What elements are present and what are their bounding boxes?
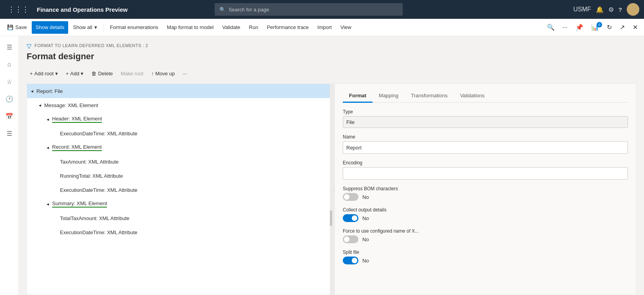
validate-button[interactable]: Validate (218, 21, 244, 34)
analytics-button[interactable]: 📊 0 (588, 22, 602, 33)
collect-output-toggle-row: No (343, 214, 628, 222)
sidebar-icons: ☰ ⌂ ☆ 🕐 📅 ☰ (0, 36, 19, 295)
delete-trash-icon: 🗑 (91, 71, 96, 76)
collect-output-toggle[interactable] (343, 214, 358, 222)
cmd-right-actions: 🔍 ··· 📌 📊 0 ↻ ↗ ✕ (544, 22, 641, 33)
tree-scrollbar-thumb (330, 210, 332, 226)
import-button[interactable]: Import (313, 21, 336, 34)
split-file-label: Split file (343, 249, 628, 255)
save-label: Save (15, 24, 27, 30)
show-details-button[interactable]: Show details (32, 21, 69, 34)
cmd-divider-1 (103, 23, 104, 32)
suppress-bom-toggle-row: No (343, 193, 628, 201)
tree-item-execution-datetime-header[interactable]: ExecutionDateTime: XML Attribute (27, 126, 332, 140)
move-up-button[interactable]: ↑ Move up (148, 68, 178, 79)
show-details-label: Show details (36, 24, 65, 30)
notification-bell-icon[interactable]: 🔔 (596, 6, 604, 13)
tree-item-message[interactable]: ◄ Message: XML Element (27, 98, 332, 112)
help-icon[interactable]: ? (619, 6, 622, 13)
validate-label: Validate (222, 24, 240, 30)
make-root-button[interactable]: Make root (118, 68, 147, 79)
name-input[interactable] (343, 141, 628, 154)
tab-transformations[interactable]: Transformations (405, 90, 454, 103)
suppress-bom-toggle[interactable] (343, 193, 358, 201)
suppress-bom-field-group: Suppress BOM characters No (343, 186, 628, 201)
more-actions-button[interactable]: ··· (179, 68, 190, 79)
tree-item-running-total[interactable]: RunningTotal: XML Attribute (27, 169, 332, 183)
encoding-input[interactable] (343, 167, 628, 180)
suppress-bom-label: Suppress BOM characters (343, 186, 628, 191)
view-button[interactable]: View (336, 21, 355, 34)
tree-item-header[interactable]: ◄ Header: XML Element (27, 112, 332, 126)
tree-item-label-total-tax: TotalTaxAmount: XML Attribute (60, 215, 129, 221)
tree-item-tax-amount[interactable]: TaxAmount: XML Attribute (27, 155, 332, 169)
tree-item-report-file[interactable]: ◄ Report: File (27, 84, 332, 98)
make-root-label: Make root (121, 71, 143, 76)
show-all-label: Show all (73, 24, 92, 30)
force-name-toggle[interactable] (343, 235, 358, 243)
tree-scrollbar[interactable] (330, 84, 332, 295)
main-layout: ☰ ⌂ ☆ 🕐 📅 ☰ ▽ FORMAT TO LEARN DEFERRED X… (0, 36, 644, 295)
save-button[interactable]: 💾 Save (3, 21, 31, 34)
sidebar-item-recent[interactable]: 🕐 (2, 91, 17, 107)
collapse-icon-summary: ◄ (46, 202, 51, 206)
collapse-icon-message: ◄ (38, 103, 43, 107)
tab-validations[interactable]: Validations (454, 90, 491, 103)
filter-icon[interactable]: ▽ (27, 42, 31, 50)
avatar[interactable] (627, 3, 639, 16)
open-new-button[interactable]: ↗ (617, 22, 628, 33)
close-button[interactable]: ✕ (630, 22, 641, 33)
refresh-button[interactable]: ↻ (604, 22, 615, 33)
usmf-label: USMF (573, 6, 591, 13)
add-root-button[interactable]: + Add root ▾ (27, 68, 61, 79)
delete-label: Delete (98, 71, 113, 76)
app-title: Finance and Operations Preview (37, 6, 128, 13)
tree-item-execution-datetime-record[interactable]: ExecutionDateTime: XML Attribute (27, 183, 332, 197)
tree-item-execution-datetime-summary[interactable]: ExecutionDateTime: XML Attribute (27, 225, 332, 239)
force-name-toggle-knob (344, 237, 349, 242)
sidebar-item-menu[interactable]: ☰ (2, 39, 17, 55)
add-root-chevron-icon: ▾ (55, 71, 58, 76)
command-bar: 💾 Save Show details Show all ▾ Format en… (0, 19, 644, 36)
delete-button[interactable]: 🗑 Delete (88, 68, 116, 79)
collapse-icon-header: ◄ (46, 117, 51, 122)
tab-format[interactable]: Format (343, 90, 373, 103)
sidebar-item-favorites[interactable]: ☆ (2, 74, 17, 89)
sidebar-item-home[interactable]: ⌂ (2, 56, 17, 72)
tree-item-label-running: RunningTotal: XML Attribute (60, 173, 123, 179)
run-button[interactable]: Run (245, 21, 262, 34)
type-field-group: Type File (343, 109, 628, 128)
show-all-button[interactable]: Show all ▾ (69, 21, 101, 34)
tree-item-summary[interactable]: ◄ Summary: XML Element (27, 197, 332, 211)
performance-trace-button[interactable]: Performance trace (263, 21, 313, 34)
more-button[interactable]: ··· (559, 22, 571, 33)
add-chevron-icon: ▾ (81, 71, 83, 76)
sidebar-item-workspaces[interactable]: 📅 (2, 108, 17, 124)
tab-mapping[interactable]: Mapping (373, 90, 405, 103)
sidebar-item-modules[interactable]: ☰ (2, 126, 17, 141)
search-button[interactable]: 🔍 (544, 22, 558, 33)
tree-item-total-tax[interactable]: TotalTaxAmount: XML Attribute (27, 211, 332, 225)
add-root-plus-icon: + (30, 71, 33, 76)
map-format-button[interactable]: Map format to model (163, 21, 217, 34)
top-bar: ⋮⋮⋮ Finance and Operations Preview 🔍 Sea… (0, 0, 644, 19)
personalize-button[interactable]: 📌 (572, 22, 586, 33)
import-label: Import (317, 24, 332, 30)
split-file-toggle[interactable] (343, 257, 358, 264)
collapse-icon-record: ◄ (46, 146, 51, 150)
grid-icon[interactable]: ⋮⋮⋮ (5, 4, 32, 15)
page-title: Format designer (27, 51, 636, 62)
panel-tabs: Format Mapping Transformations Validatio… (343, 90, 628, 103)
format-enumerations-button[interactable]: Format enumerations (106, 21, 163, 34)
tree-item-record[interactable]: ◄ Record: XML Element (27, 140, 332, 155)
encoding-label: Encoding (343, 160, 628, 166)
add-button[interactable]: + Add ▾ (63, 68, 87, 79)
search-bar[interactable]: 🔍 Search for a page (215, 3, 403, 16)
collect-output-field-group: Collect output details No (343, 207, 628, 222)
name-field-group: Name (343, 134, 628, 154)
settings-gear-icon[interactable]: ⚙ (608, 6, 614, 13)
encoding-field-group: Encoding (343, 160, 628, 180)
collect-output-value: No (362, 215, 369, 221)
tree-item-label-exec-record: ExecutionDateTime: XML Attribute (60, 187, 137, 193)
collapse-icon-report: ◄ (30, 89, 35, 93)
